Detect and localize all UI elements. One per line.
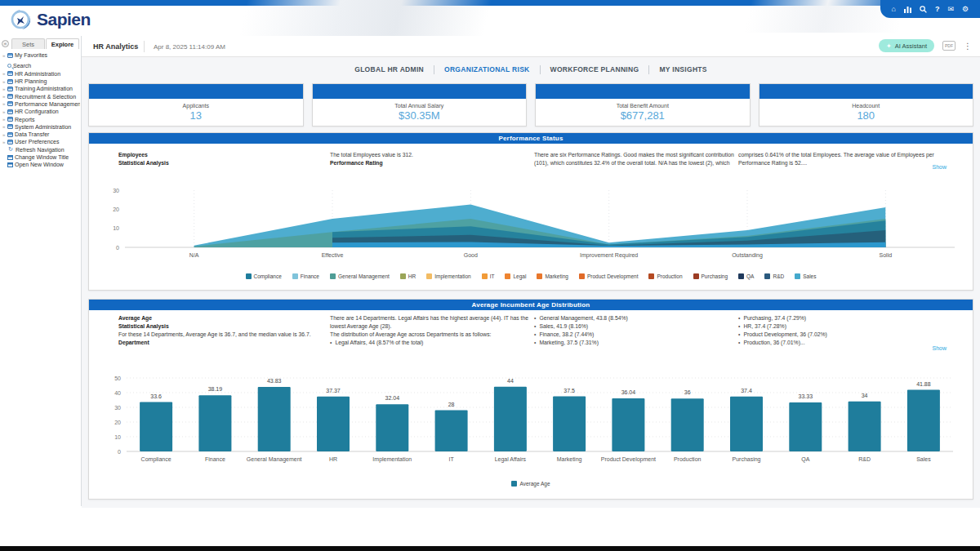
svg-text:Sales: Sales [916, 456, 931, 462]
kpi-card-headcount: Headcount180 [759, 83, 974, 127]
show-more-link[interactable]: Show [932, 164, 947, 170]
bottom-black-bar [0, 546, 980, 551]
stat-total-line: The total Employees value is 312. [330, 151, 522, 159]
home-icon[interactable]: ⌂ [891, 6, 895, 13]
sidebar-item-hr-configuration[interactable]: »HR Configuration [2, 108, 80, 115]
legend-label: R&D [773, 273, 784, 279]
search-icon[interactable] [920, 6, 927, 13]
svg-text:Effective: Effective [322, 252, 344, 258]
legend-item-it[interactable]: IT [482, 273, 495, 279]
sidebar-item-performance-management[interactable]: »Performance Management [2, 100, 80, 108]
legend-label: Production [657, 273, 682, 279]
svg-text:Solid: Solid [880, 252, 893, 258]
svg-text:Marketing: Marketing [557, 456, 582, 463]
panel-title: Average Incumbent Age Distribution [89, 300, 973, 310]
svg-text:Implementation: Implementation [372, 456, 412, 463]
legend-item-sales[interactable]: Sales [795, 273, 816, 279]
legend-item-average-age[interactable]: Average Age [511, 481, 550, 487]
sidebar-item-training-administration[interactable]: »Training Administration [2, 85, 80, 92]
help-icon[interactable]: ? [935, 6, 940, 13]
sidebar: « Sets Explore »My FavoritesSearch»HR Ad… [0, 36, 82, 506]
tab-global-hr-admin[interactable]: GLOBAL HR ADMIN [345, 65, 434, 73]
bar-chart-icon[interactable] [904, 6, 911, 13]
legend-item-finance[interactable]: Finance [292, 273, 319, 279]
legend-swatch [330, 273, 336, 279]
sidebar-item-hr-administration[interactable]: »HR Administration [2, 70, 80, 78]
age-bar-chart: 0102030405033.6Compliance38.19Finance43.… [100, 368, 963, 476]
kebab-menu-icon[interactable]: ⋮ [964, 42, 972, 51]
age-distribution-panel: Average Incumbent Age Distribution Avera… [88, 299, 973, 500]
sidebar-tabs: « Sets Explore [2, 38, 79, 49]
svg-text:HR: HR [329, 456, 337, 462]
sidebar-item-reports[interactable]: »Reports [2, 115, 80, 122]
legend-item-production[interactable]: Production [648, 273, 682, 279]
stat-col-1: Average AgeStatistical AnalysisFor these… [118, 314, 323, 347]
sidebar-item-system-administration[interactable]: »System Administration [2, 123, 80, 131]
legend-item-implementation[interactable]: Implementation [426, 273, 470, 279]
sidebar-item-my-favorites[interactable]: »My Favorites [2, 51, 80, 59]
stat-col-1: Employees Statistical Analysis [118, 151, 298, 167]
stat-col-4: Purchasing, 37.4 (7.29%)HR, 37.4 (7.28%)… [738, 314, 938, 347]
brand-name: Sapien [37, 10, 91, 29]
kpi-header-bar [760, 84, 973, 99]
page-title: HR Analytics [93, 42, 138, 51]
legend-item-hr[interactable]: HR [400, 273, 416, 279]
dashboard-content: GLOBAL HR ADMINORGANIZATIONAL RISKWORKFO… [82, 57, 980, 508]
stat-measure-label: Employees [118, 151, 298, 159]
tab-my-insights[interactable]: MY INSIGHTS [649, 65, 716, 73]
legend-swatch [505, 273, 510, 279]
svg-text:50: 50 [114, 375, 121, 381]
ai-assistant-label: AI Assistant [895, 42, 927, 50]
legend-label: Purchasing [702, 273, 728, 279]
sidebar-search[interactable]: Search [2, 62, 80, 69]
settings-icon[interactable]: ⚙ [962, 6, 969, 13]
legend-item-compliance[interactable]: Compliance [246, 273, 282, 279]
mail-icon[interactable]: ✉ [947, 6, 954, 13]
global-toolbar: ⌂ ? ✉ ⚙ [880, 0, 980, 18]
export-pdf-button[interactable]: PDF [942, 41, 956, 51]
legend-item-legal[interactable]: Legal [505, 273, 526, 279]
tab-organizational-risk[interactable]: ORGANIZATIONAL RISK [434, 65, 540, 73]
sidebar-action-refresh-navigation[interactable]: ↻Refresh Navigation [2, 146, 80, 153]
show-more-link[interactable]: Show [932, 345, 947, 351]
sidebar-item-recruitment-selection[interactable]: »Recruitment & Selection [2, 92, 80, 100]
legend-label: Marketing [545, 273, 568, 279]
sidebar-item-hr-planning[interactable]: »HR Planning [2, 78, 80, 85]
kpi-label: Headcount [760, 103, 973, 109]
svg-text:Purchasing: Purchasing [732, 456, 760, 463]
folder-icon [7, 87, 13, 91]
svg-text:37.4: 37.4 [741, 388, 752, 393]
legend-item-qa[interactable]: QA [738, 273, 754, 279]
svg-text:36.04: 36.04 [621, 389, 636, 395]
legend-item-product-development[interactable]: Product Development [579, 273, 639, 279]
sidebar-item-user-preferences[interactable]: »User Preferences [2, 138, 80, 145]
age-legend: Average Age [89, 481, 973, 487]
svg-text:Outstanding: Outstanding [732, 252, 763, 259]
kpi-card-applicants: Applicants13 [88, 83, 304, 127]
legend-label: Product Development [587, 273, 639, 279]
legend-item-marketing[interactable]: Marketing [537, 273, 568, 279]
svg-text:34: 34 [862, 393, 868, 398]
sidebar-collapse-button[interactable]: « [2, 40, 9, 47]
stat-col-2: There are 14 Departments. Legal Affairs … [330, 314, 534, 347]
folder-icon [7, 71, 13, 76]
tab-workforce-planning[interactable]: WORKFORCE PLANNING [541, 65, 649, 73]
window-icon [7, 155, 13, 160]
svg-text:38.19: 38.19 [208, 386, 223, 392]
kpi-label: Applicants [89, 103, 303, 109]
svg-text:0: 0 [116, 245, 119, 251]
tab-sets[interactable]: Sets [11, 38, 45, 49]
stat-col-2: The total Employees value is 312. Perfor… [330, 151, 522, 167]
legend-item-purchasing[interactable]: Purchasing [693, 273, 728, 279]
sidebar-action-open-new-window[interactable]: Open New Window [2, 161, 80, 168]
svg-text:30: 30 [113, 188, 119, 193]
kpi-row: Applicants13Total Annual Salary$30.35MTo… [88, 83, 973, 127]
folder-icon [7, 53, 13, 58]
ai-assistant-button[interactable]: ✦ AI Assistant [879, 39, 934, 52]
legend-item-general-management[interactable]: General Management [330, 273, 390, 279]
stat-col-3: General Management, 43.8 (8.54%)Sales, 4… [534, 314, 730, 347]
sidebar-item-data-transfer[interactable]: »Data Transfer [2, 131, 80, 138]
tab-explore[interactable]: Explore [46, 38, 79, 49]
sidebar-action-change-window-title[interactable]: Change Window Title [2, 153, 80, 161]
legend-item-r-d[interactable]: R&D [764, 273, 784, 279]
